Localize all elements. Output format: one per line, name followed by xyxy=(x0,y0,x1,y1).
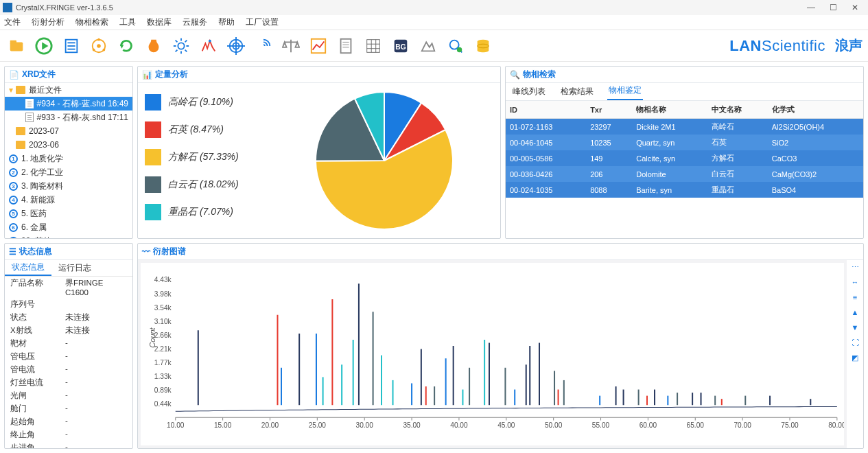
svg-text:15.00: 15.00 xyxy=(214,421,232,429)
svg-text:2.21k: 2.21k xyxy=(154,345,172,353)
svg-text:45.00: 45.00 xyxy=(497,421,515,429)
svg-point-35 xyxy=(450,40,459,49)
search-tab[interactable]: 峰线列表 xyxy=(511,83,547,100)
up-icon[interactable]: ▲ xyxy=(849,308,860,319)
maximize-button[interactable]: ☐ xyxy=(828,3,838,12)
svg-text:0.44k: 0.44k xyxy=(154,400,172,408)
stack-icon[interactable]: ≡ xyxy=(849,293,860,304)
status-row: 管电流- xyxy=(5,363,132,376)
menu-云服务[interactable]: 云服务 xyxy=(183,16,207,28)
svg-text:3.54k: 3.54k xyxy=(154,304,172,312)
toolbar-db-icon[interactable] xyxy=(472,35,494,57)
tree-category[interactable]: 66. 金属 xyxy=(5,220,132,234)
svg-point-10 xyxy=(97,38,100,40)
phase-table: IDTxr物相名称中文名称化学式 01-072-116323297Dickite… xyxy=(506,101,863,198)
status-tab[interactable]: 状态信息 xyxy=(5,260,51,276)
col-header[interactable]: Txr xyxy=(586,101,632,119)
toolbar-heat-icon[interactable] xyxy=(143,35,165,57)
tree-category[interactable]: 44. 新能源 xyxy=(5,193,132,207)
down-icon[interactable]: ▼ xyxy=(849,323,860,334)
svg-point-15 xyxy=(209,39,211,42)
close-button[interactable]: ✕ xyxy=(850,3,860,12)
half-icon[interactable]: ◩ xyxy=(849,353,860,364)
table-row[interactable]: 00-046-104510235Quartz, syn石英SiO2 xyxy=(506,135,863,150)
window-title: CrystalX.FRINGE ver-1.3.6.5 xyxy=(16,3,806,12)
menu-数据库[interactable]: 数据库 xyxy=(147,16,172,28)
toolbar-mountain-icon[interactable] xyxy=(417,35,439,57)
svg-text:40.00: 40.00 xyxy=(450,421,468,429)
toolbar-finger-icon[interactable] xyxy=(253,35,274,57)
table-row[interactable]: 00-036-0426206Dolomite白云石CaMg(CO3)2 xyxy=(506,166,863,182)
tree-folder[interactable]: 2023-07 xyxy=(5,124,132,138)
menu-衍射分析[interactable]: 衍射分析 xyxy=(32,16,64,28)
toolbar-bg-icon[interactable]: BG xyxy=(390,35,412,57)
pie-chart xyxy=(312,89,456,233)
status-row: 步进角- xyxy=(5,441,132,448)
search-tab[interactable]: 检索结果 xyxy=(559,83,595,100)
toolbar-report-icon[interactable] xyxy=(335,35,357,57)
panel-xrd-files: 📄XRD文件 ▾最近文件#934 - 石棉-蓝.shd 16:49#933 - … xyxy=(4,66,133,239)
svg-rect-23 xyxy=(341,38,351,52)
wave-icon: 〰 xyxy=(142,247,150,257)
toolbar-grid-icon[interactable] xyxy=(362,35,384,57)
toolbar-peak-icon[interactable] xyxy=(198,35,220,57)
legend-item: 高岭石 (9.10%) xyxy=(145,94,268,111)
tree-category[interactable]: 9999. 其他 xyxy=(5,234,132,238)
menu-工厂设置[interactable]: 工厂设置 xyxy=(246,16,279,28)
svg-text:3.98k: 3.98k xyxy=(154,290,172,298)
expand-h-icon[interactable]: ↔ xyxy=(849,278,860,289)
svg-text:55.00: 55.00 xyxy=(592,421,610,429)
x-axis-label: 衍射角 (2θ) xyxy=(141,445,844,448)
toolbar-zoom-icon[interactable] xyxy=(445,35,467,57)
col-header[interactable]: 物相名称 xyxy=(632,101,707,119)
toolbar: BG LANScientific 浪声 xyxy=(0,30,868,62)
tree-file[interactable]: #934 - 石棉-蓝.shd 16:49 xyxy=(5,97,132,111)
tree-category[interactable]: 11. 地质化学 xyxy=(5,152,132,165)
status-tab[interactable]: 运行日志 xyxy=(51,260,98,276)
search-tab[interactable]: 物相鉴定 xyxy=(607,82,643,100)
tree-category[interactable]: 22. 化学工业 xyxy=(5,165,132,179)
spectrum-chart[interactable]: 4.43k3.98k3.54k3.10k2.66k2.21k1.77k1.33k… xyxy=(141,263,844,445)
toolbar-target-icon[interactable] xyxy=(225,35,247,57)
toolbar-atom-icon[interactable] xyxy=(88,35,110,57)
col-header[interactable]: ID xyxy=(506,101,586,119)
tree-category[interactable]: 55. 医药 xyxy=(5,207,132,220)
toolbar-gear-icon[interactable] xyxy=(170,35,192,57)
fullscreen-icon[interactable]: ⛶ xyxy=(849,338,860,349)
svg-text:10.00: 10.00 xyxy=(167,421,185,429)
svg-text:30.00: 30.00 xyxy=(356,421,374,429)
table-row[interactable]: 01-072-116323297Dickite 2M1高岭石Al2Si2O5(O… xyxy=(506,119,863,135)
menu-工具[interactable]: 工具 xyxy=(119,16,136,28)
svg-marker-13 xyxy=(120,45,124,49)
toolbar-form-icon[interactable] xyxy=(60,35,82,57)
panel-title: 物相检索 xyxy=(523,69,556,80)
col-header[interactable]: 化学式 xyxy=(768,101,863,119)
svg-text:80.00: 80.00 xyxy=(828,421,844,429)
svg-marker-34 xyxy=(422,42,435,51)
svg-point-9 xyxy=(97,44,101,48)
svg-rect-1 xyxy=(10,40,16,43)
tree-category[interactable]: 33. 陶瓷材料 xyxy=(5,179,132,193)
tree-recent[interactable]: ▾最近文件 xyxy=(5,83,132,97)
toolbar-open-icon[interactable] xyxy=(5,35,27,57)
toolbar-refresh-icon[interactable] xyxy=(115,35,137,57)
brand-logo-cn: 浪声 xyxy=(835,36,863,55)
svg-rect-27 xyxy=(367,39,380,52)
minimize-button[interactable]: — xyxy=(806,3,816,12)
toolbar-balance-icon[interactable] xyxy=(280,35,302,57)
toolbar-trend-icon[interactable] xyxy=(307,35,329,57)
more-icon[interactable]: ⋯ xyxy=(849,263,860,274)
svg-text:0.89k: 0.89k xyxy=(154,386,172,394)
tree-folder[interactable]: 2023-06 xyxy=(5,138,132,152)
menu-帮助[interactable]: 帮助 xyxy=(218,16,235,28)
svg-text:2.66k: 2.66k xyxy=(154,332,172,339)
col-header[interactable]: 中文名称 xyxy=(707,101,768,119)
menu-文件[interactable]: 文件 xyxy=(4,16,21,28)
menu-物相检索[interactable]: 物相检索 xyxy=(75,16,108,28)
tree-file[interactable]: #933 - 石棉-灰.shd 17:11 xyxy=(5,111,132,124)
panel-title: 状态信息 xyxy=(19,246,52,257)
table-row[interactable]: 00-024-10358088Barite, syn重晶石BaSO4 xyxy=(506,182,863,198)
menu-bar: 文件衍射分析物相检索工具数据库云服务帮助工厂设置 xyxy=(0,15,868,30)
table-row[interactable]: 00-005-0586149Calcite, syn方解石CaCO3 xyxy=(506,150,863,166)
toolbar-play-icon[interactable] xyxy=(33,35,55,57)
